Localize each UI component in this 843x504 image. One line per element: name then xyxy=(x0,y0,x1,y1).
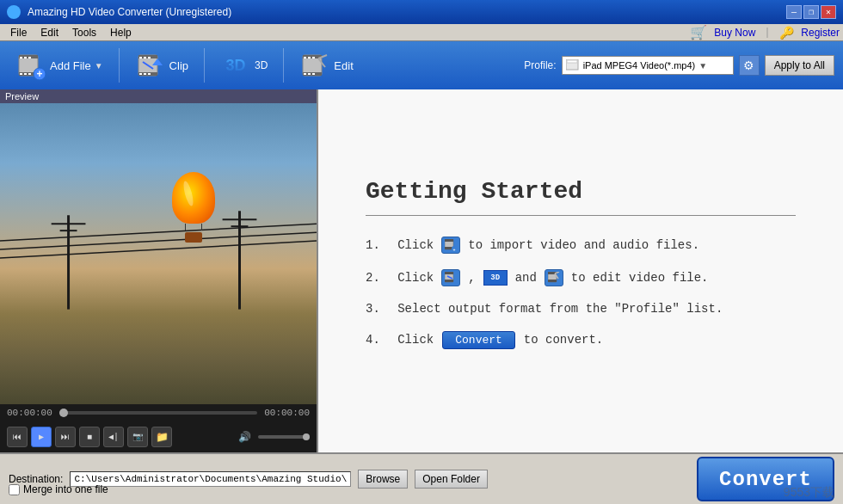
svg-rect-51 xyxy=(445,280,453,282)
app-icon xyxy=(7,5,21,19)
controls-area: ⏮ ▶ ⏭ ■ ◀| 📷 📁 🔊 xyxy=(0,421,317,452)
seekbar-handle[interactable] xyxy=(59,409,68,417)
edit-label: Edit xyxy=(334,59,353,72)
svg-rect-16 xyxy=(148,57,151,58)
browse-button[interactable]: Browse xyxy=(358,470,408,489)
step-2: 2. Click , 3D and xyxy=(366,269,796,286)
title-divider xyxy=(366,215,796,216)
time-start: 00:00:00 xyxy=(7,408,52,418)
main-area: Preview xyxy=(0,89,843,452)
toolbar-separator-3 xyxy=(283,48,284,83)
apply-button[interactable]: Apply to All xyxy=(765,55,834,76)
svg-rect-14 xyxy=(139,57,142,58)
seekbar[interactable] xyxy=(59,411,257,415)
title-bar: Amazing HD Video Converter (Unregistered… xyxy=(0,0,843,24)
svg-rect-6 xyxy=(20,73,22,75)
toolbar-separator-2 xyxy=(204,48,205,83)
balloon xyxy=(172,172,215,243)
svg-rect-18 xyxy=(144,73,146,75)
merge-checkbox[interactable] xyxy=(9,484,20,495)
profile-label: Profile: xyxy=(524,59,556,71)
step-2-comma: , xyxy=(468,271,475,285)
step-2-pre: Click xyxy=(397,271,434,285)
step-4-post: to convert. xyxy=(524,333,603,347)
3d-label: 3D xyxy=(255,59,268,71)
menu-edit[interactable]: Edit xyxy=(34,24,65,40)
step-3: 3. Select output format from the "Profil… xyxy=(366,302,796,316)
svg-rect-45 xyxy=(445,239,453,242)
svg-line-36 xyxy=(0,232,317,249)
destination-path: C:\Users\Administrator\Documents\Amazing… xyxy=(70,471,351,487)
settings-button[interactable]: ⚙ xyxy=(739,55,760,76)
restore-button[interactable]: ❐ xyxy=(803,5,819,19)
svg-text:+: + xyxy=(36,68,42,80)
open-folder-button[interactable]: 📁 xyxy=(151,427,172,447)
window-controls: — ❐ ✕ xyxy=(786,5,836,19)
merge-label: Merge into one file xyxy=(23,483,108,495)
fast-forward-button[interactable]: ⏭ xyxy=(55,427,76,447)
time-end: 00:00:00 xyxy=(264,408,310,418)
edit-icon xyxy=(299,50,330,81)
svg-rect-30 xyxy=(312,73,315,75)
svg-rect-8 xyxy=(28,73,31,75)
prev-frame-button[interactable]: ◀| xyxy=(103,427,124,447)
content-panel: Getting Started 1. Click + to import vid… xyxy=(318,89,843,452)
clip-icon xyxy=(135,50,166,81)
stop-button[interactable]: ■ xyxy=(79,427,100,447)
clip-label: Clip xyxy=(169,59,188,72)
menu-help[interactable]: Help xyxy=(103,24,138,40)
profile-dropdown-arrow: ▼ xyxy=(698,61,707,71)
svg-rect-5 xyxy=(28,57,31,58)
clip-button[interactable]: Clip xyxy=(128,46,195,84)
snapshot-button[interactable]: 📷 xyxy=(127,427,148,447)
profile-value: iPad MPEG4 Video(*.mp4) xyxy=(583,60,696,71)
step-1-num: 1. xyxy=(366,238,380,252)
svg-rect-3 xyxy=(20,57,22,58)
step-1-icon: + xyxy=(441,237,460,254)
svg-line-35 xyxy=(0,224,317,241)
svg-rect-34 xyxy=(567,60,577,63)
add-file-icon: + xyxy=(15,50,46,81)
step-2-edit-icon xyxy=(545,269,563,286)
preview-panel: Preview xyxy=(0,89,318,452)
preview-video xyxy=(0,103,317,404)
svg-rect-28 xyxy=(304,73,306,75)
step-2-num: 2. xyxy=(366,271,380,285)
step-1-pre: Click xyxy=(397,238,434,252)
step-2-clip-icon xyxy=(441,269,460,286)
close-button[interactable]: ✕ xyxy=(821,5,836,19)
svg-rect-26 xyxy=(308,57,311,58)
play-button[interactable]: ▶ xyxy=(31,427,52,447)
window-title: Amazing HD Video Converter (Unregistered… xyxy=(28,6,786,18)
3d-button[interactable]: 3D 3D xyxy=(213,46,274,84)
add-file-dropdown-icon[interactable]: ▼ xyxy=(95,61,103,71)
rewind-button[interactable]: ⏮ xyxy=(7,427,28,447)
svg-rect-29 xyxy=(308,73,311,75)
volume-handle[interactable] xyxy=(303,433,310,440)
menu-tools[interactable]: Tools xyxy=(65,24,103,40)
svg-text:+: + xyxy=(453,248,456,251)
profile-dropdown[interactable]: iPad MPEG4 Video(*.mp4) ▼ xyxy=(562,56,734,75)
open-folder-button[interactable]: Open Folder xyxy=(415,470,488,489)
toolbar-separator-1 xyxy=(119,48,120,83)
register-link[interactable]: Register xyxy=(801,27,840,39)
menu-bar: File Edit Tools Help 🛒 Buy Now ｜ 🔑 Regis… xyxy=(0,24,843,41)
step-4-num: 4. xyxy=(366,333,380,347)
step-4: 4. Click Convert to convert. xyxy=(366,331,796,349)
3d-icon: 3D xyxy=(220,50,251,81)
menu-file[interactable]: File xyxy=(3,24,34,40)
step-1: 1. Click + to import video and audio fil… xyxy=(366,237,796,254)
add-file-label: Add File xyxy=(50,59,91,72)
profile-section: Profile: iPad MPEG4 Video(*.mp4) ▼ ⚙ App… xyxy=(524,55,834,76)
add-file-button[interactable]: + Add File ▼ xyxy=(9,46,110,84)
bottom-bar: Destination: C:\Users\Administrator\Docu… xyxy=(0,452,843,504)
svg-rect-50 xyxy=(445,272,453,274)
step-4-convert-button[interactable]: Convert xyxy=(442,331,515,349)
step-2-and: and xyxy=(515,271,537,285)
volume-icon: 🔊 xyxy=(238,431,251,444)
buy-now-link[interactable]: Buy Now xyxy=(714,27,755,39)
edit-button[interactable]: Edit xyxy=(292,46,360,84)
step-1-post: to import video and audio files. xyxy=(468,238,699,252)
volume-slider[interactable] xyxy=(258,435,310,439)
minimize-button[interactable]: — xyxy=(786,5,802,19)
